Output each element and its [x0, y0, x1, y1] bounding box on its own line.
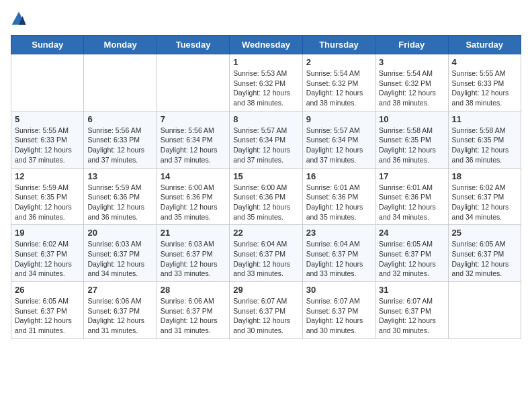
- day-number: 30: [306, 285, 371, 295]
- day-info: Sunrise: 5:55 AMSunset: 6:33 PMDaylight:…: [15, 126, 80, 165]
- calendar-day-cell: 16Sunrise: 6:01 AMSunset: 6:36 PMDayligh…: [302, 168, 375, 225]
- calendar-day-cell: 7Sunrise: 5:56 AMSunset: 6:34 PMDaylight…: [157, 111, 229, 168]
- page-header: [11, 11, 521, 27]
- calendar-day-cell: [84, 54, 157, 111]
- calendar-day-cell: 5Sunrise: 5:55 AMSunset: 6:33 PMDaylight…: [11, 111, 84, 168]
- day-info: Sunrise: 5:57 AMSunset: 6:34 PMDaylight:…: [306, 126, 371, 165]
- calendar-week-row: 1Sunrise: 5:53 AMSunset: 6:32 PMDaylight…: [11, 54, 521, 111]
- calendar-day-cell: 2Sunrise: 5:54 AMSunset: 6:32 PMDaylight…: [302, 54, 375, 111]
- day-number: 25: [452, 228, 517, 238]
- day-number: 26: [15, 285, 80, 295]
- calendar-day-cell: 23Sunrise: 6:04 AMSunset: 6:37 PMDayligh…: [302, 225, 375, 282]
- day-info: Sunrise: 5:58 AMSunset: 6:35 PMDaylight:…: [379, 126, 444, 165]
- day-info: Sunrise: 6:05 AMSunset: 6:37 PMDaylight:…: [452, 239, 517, 279]
- day-info: Sunrise: 6:05 AMSunset: 6:37 PMDaylight:…: [379, 239, 444, 279]
- day-number: 23: [306, 228, 371, 238]
- day-number: 10: [379, 114, 444, 124]
- day-info: Sunrise: 5:56 AMSunset: 6:33 PMDaylight:…: [87, 126, 152, 165]
- day-info: Sunrise: 6:05 AMSunset: 6:37 PMDaylight:…: [15, 296, 80, 336]
- calendar-day-cell: 10Sunrise: 5:58 AMSunset: 6:35 PMDayligh…: [375, 111, 448, 168]
- calendar-day-cell: 29Sunrise: 6:07 AMSunset: 6:37 PMDayligh…: [230, 282, 302, 339]
- day-number: 20: [87, 228, 152, 238]
- day-info: Sunrise: 6:00 AMSunset: 6:36 PMDaylight:…: [233, 183, 298, 222]
- calendar-day-cell: 31Sunrise: 6:07 AMSunset: 6:37 PMDayligh…: [375, 282, 448, 339]
- calendar-day-cell: 15Sunrise: 6:00 AMSunset: 6:36 PMDayligh…: [230, 168, 302, 225]
- calendar-week-row: 26Sunrise: 6:05 AMSunset: 6:37 PMDayligh…: [11, 282, 521, 339]
- calendar-day-cell: [11, 54, 84, 111]
- day-number: 31: [379, 285, 444, 295]
- calendar-day-cell: 18Sunrise: 6:02 AMSunset: 6:37 PMDayligh…: [448, 168, 521, 225]
- day-info: Sunrise: 6:00 AMSunset: 6:36 PMDaylight:…: [161, 183, 226, 222]
- day-number: 22: [233, 228, 298, 238]
- day-info: Sunrise: 6:04 AMSunset: 6:37 PMDaylight:…: [306, 239, 371, 279]
- calendar-day-cell: 1Sunrise: 5:53 AMSunset: 6:32 PMDaylight…: [230, 54, 302, 111]
- day-info: Sunrise: 5:59 AMSunset: 6:35 PMDaylight:…: [15, 183, 80, 222]
- day-info: Sunrise: 6:06 AMSunset: 6:37 PMDaylight:…: [161, 296, 226, 336]
- day-info: Sunrise: 5:58 AMSunset: 6:35 PMDaylight:…: [452, 126, 517, 165]
- day-info: Sunrise: 5:54 AMSunset: 6:32 PMDaylight:…: [306, 68, 371, 108]
- day-number: 24: [379, 228, 444, 238]
- weekday-header-cell: Wednesday: [230, 36, 302, 54]
- calendar-day-cell: 26Sunrise: 6:05 AMSunset: 6:37 PMDayligh…: [11, 282, 84, 339]
- day-info: Sunrise: 6:02 AMSunset: 6:37 PMDaylight:…: [452, 183, 517, 222]
- day-number: 4: [452, 57, 517, 67]
- weekday-header-cell: Thursday: [302, 36, 375, 54]
- logo: [11, 11, 28, 27]
- calendar-day-cell: 28Sunrise: 6:06 AMSunset: 6:37 PMDayligh…: [157, 282, 229, 339]
- calendar-day-cell: 22Sunrise: 6:04 AMSunset: 6:37 PMDayligh…: [230, 225, 302, 282]
- day-number: 6: [87, 114, 152, 124]
- day-number: 17: [379, 171, 444, 181]
- day-info: Sunrise: 6:01 AMSunset: 6:36 PMDaylight:…: [379, 183, 444, 222]
- day-info: Sunrise: 6:03 AMSunset: 6:37 PMDaylight:…: [87, 239, 152, 279]
- calendar-day-cell: 17Sunrise: 6:01 AMSunset: 6:36 PMDayligh…: [375, 168, 448, 225]
- calendar-day-cell: 8Sunrise: 5:57 AMSunset: 6:34 PMDaylight…: [230, 111, 302, 168]
- day-info: Sunrise: 6:07 AMSunset: 6:37 PMDaylight:…: [306, 296, 371, 336]
- calendar-day-cell: 4Sunrise: 5:55 AMSunset: 6:33 PMDaylight…: [448, 54, 521, 111]
- logo-icon: [11, 11, 27, 27]
- day-number: 7: [161, 114, 226, 124]
- weekday-header-cell: Tuesday: [157, 36, 229, 54]
- day-info: Sunrise: 5:53 AMSunset: 6:32 PMDaylight:…: [233, 68, 298, 108]
- calendar-week-row: 19Sunrise: 6:02 AMSunset: 6:37 PMDayligh…: [11, 225, 521, 282]
- day-number: 5: [15, 114, 80, 124]
- day-info: Sunrise: 6:01 AMSunset: 6:36 PMDaylight:…: [306, 183, 371, 222]
- calendar-day-cell: 9Sunrise: 5:57 AMSunset: 6:34 PMDaylight…: [302, 111, 375, 168]
- weekday-header-cell: Saturday: [448, 36, 521, 54]
- calendar-week-row: 5Sunrise: 5:55 AMSunset: 6:33 PMDaylight…: [11, 111, 521, 168]
- calendar-day-cell: [448, 282, 521, 339]
- calendar-day-cell: 21Sunrise: 6:03 AMSunset: 6:37 PMDayligh…: [157, 225, 229, 282]
- day-info: Sunrise: 5:54 AMSunset: 6:32 PMDaylight:…: [379, 68, 444, 108]
- calendar-day-cell: 24Sunrise: 6:05 AMSunset: 6:37 PMDayligh…: [375, 225, 448, 282]
- day-info: Sunrise: 6:04 AMSunset: 6:37 PMDaylight:…: [233, 239, 298, 279]
- day-number: 14: [161, 171, 226, 181]
- day-number: 27: [87, 285, 152, 295]
- calendar-header: SundayMondayTuesdayWednesdayThursdayFrid…: [11, 36, 521, 54]
- day-info: Sunrise: 6:03 AMSunset: 6:37 PMDaylight:…: [161, 239, 226, 279]
- weekday-header-cell: Sunday: [11, 36, 84, 54]
- day-number: 19: [15, 228, 80, 238]
- day-number: 1: [233, 57, 298, 67]
- day-info: Sunrise: 6:07 AMSunset: 6:37 PMDaylight:…: [379, 296, 444, 336]
- day-number: 28: [161, 285, 226, 295]
- day-number: 18: [452, 171, 517, 181]
- day-number: 3: [379, 57, 444, 67]
- calendar-week-row: 12Sunrise: 5:59 AMSunset: 6:35 PMDayligh…: [11, 168, 521, 225]
- calendar-day-cell: 13Sunrise: 5:59 AMSunset: 6:36 PMDayligh…: [84, 168, 157, 225]
- day-info: Sunrise: 5:57 AMSunset: 6:34 PMDaylight:…: [233, 126, 298, 165]
- day-info: Sunrise: 6:06 AMSunset: 6:37 PMDaylight:…: [87, 296, 152, 336]
- day-number: 13: [87, 171, 152, 181]
- day-info: Sunrise: 5:56 AMSunset: 6:34 PMDaylight:…: [161, 126, 226, 165]
- calendar-day-cell: 25Sunrise: 6:05 AMSunset: 6:37 PMDayligh…: [448, 225, 521, 282]
- day-number: 29: [233, 285, 298, 295]
- day-info: Sunrise: 6:07 AMSunset: 6:37 PMDaylight:…: [233, 296, 298, 336]
- day-number: 2: [306, 57, 371, 67]
- calendar-day-cell: 12Sunrise: 5:59 AMSunset: 6:35 PMDayligh…: [11, 168, 84, 225]
- day-number: 12: [15, 171, 80, 181]
- day-info: Sunrise: 5:59 AMSunset: 6:36 PMDaylight:…: [87, 183, 152, 222]
- calendar-day-cell: 27Sunrise: 6:06 AMSunset: 6:37 PMDayligh…: [84, 282, 157, 339]
- day-info: Sunrise: 6:02 AMSunset: 6:37 PMDaylight:…: [15, 239, 80, 279]
- day-info: Sunrise: 5:55 AMSunset: 6:33 PMDaylight:…: [452, 68, 517, 108]
- day-number: 15: [233, 171, 298, 181]
- day-number: 11: [452, 114, 517, 124]
- day-number: 16: [306, 171, 371, 181]
